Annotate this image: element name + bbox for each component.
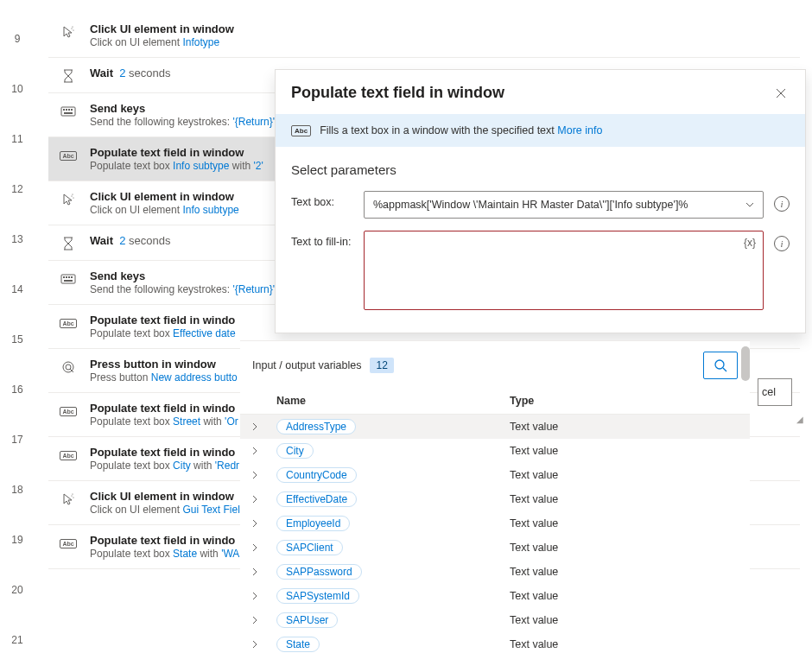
svg-rect-17: [64, 280, 73, 282]
chevron-down-icon: [745, 202, 754, 207]
chevron-right-icon[interactable]: [252, 640, 276, 649]
cursor-icon: [60, 24, 76, 40]
variable-row[interactable]: AddressTypeText value: [240, 415, 750, 439]
infobar-text: Fills a text box in a window with the sp…: [320, 124, 557, 136]
select-parameters-heading: Select parameters: [291, 162, 790, 177]
variable-row[interactable]: SAPPasswordText value: [240, 560, 750, 584]
variable-row[interactable]: CityText value: [240, 439, 750, 463]
chevron-right-icon[interactable]: [252, 592, 276, 600]
variable-type: Text value: [510, 421, 738, 433]
variable-pill[interactable]: State: [276, 637, 320, 652]
chevron-right-icon[interactable]: [252, 616, 276, 624]
keys-icon: [60, 104, 76, 119]
svg-line-24: [723, 368, 726, 371]
chevron-right-icon[interactable]: [252, 447, 276, 455]
variables-list: AddressTypeText valueCityText valueCount…: [240, 415, 750, 656]
scrollbar[interactable]: [741, 346, 750, 381]
text-to-fill-input[interactable]: {x}: [364, 231, 764, 310]
variable-row[interactable]: EmployeeIdText value: [240, 511, 750, 536]
keys-icon: [60, 271, 76, 287]
svg-rect-5: [66, 109, 67, 111]
search-button[interactable]: [703, 352, 738, 379]
svg-rect-13: [63, 276, 65, 278]
variable-pill[interactable]: EffectiveDate: [276, 491, 357, 507]
chevron-right-icon[interactable]: [252, 543, 276, 552]
cancel-button[interactable]: cel: [758, 378, 792, 406]
text-to-fill-label: Text to fill-in:: [291, 231, 353, 248]
svg-rect-4: [63, 109, 65, 111]
step-number: 16: [0, 365, 35, 415]
step-number: 19: [0, 515, 35, 565]
step-number: 13: [0, 214, 35, 264]
chevron-right-icon[interactable]: [252, 495, 276, 504]
chevron-right-icon[interactable]: [252, 471, 276, 479]
variables-panel: Input / output variables 12 Name Type Ad…: [240, 340, 750, 656]
svg-point-22: [72, 493, 73, 494]
step-number: 18: [0, 465, 35, 515]
step-number: 10: [0, 64, 35, 114]
svg-point-10: [73, 197, 73, 198]
close-icon[interactable]: [772, 85, 790, 102]
variable-type: Text value: [510, 517, 738, 529]
action-subtitle: Click on UI element Infotype: [90, 36, 788, 48]
variable-pill[interactable]: SAPClient: [276, 540, 343, 555]
svg-point-9: [71, 195, 72, 196]
action-row[interactable]: Click UI element in windowClick on UI el…: [48, 14, 800, 58]
variable-row[interactable]: StateText value: [240, 632, 750, 656]
textbox-selector-combo[interactable]: %appmask['Window \'Maintain HR Master Da…: [364, 191, 764, 219]
svg-rect-15: [68, 276, 70, 278]
variable-row[interactable]: SAPSystemIdText value: [240, 584, 750, 608]
variable-pill[interactable]: City: [276, 443, 314, 459]
cursor-icon: [60, 192, 76, 207]
wait-icon: [60, 68, 76, 84]
variable-row[interactable]: CountryCodeText value: [240, 463, 750, 487]
abc-icon: Abc: [291, 125, 311, 136]
svg-rect-14: [66, 276, 67, 278]
svg-rect-16: [71, 276, 73, 278]
step-number: 17: [0, 415, 35, 465]
variables-table-header: Name Type: [240, 388, 750, 415]
svg-rect-3: [61, 107, 75, 116]
variable-pill[interactable]: AddressType: [276, 419, 356, 434]
variable-type: Text value: [510, 614, 738, 626]
variable-row[interactable]: SAPUserText value: [240, 608, 750, 632]
textbox-selector-value: %appmask['Window \'Maintain HR Master Da…: [373, 199, 688, 211]
variables-panel-title: Input / output variables: [252, 359, 361, 371]
svg-point-20: [71, 495, 72, 496]
variable-pill[interactable]: EmployeeId: [276, 516, 350, 531]
variable-pill[interactable]: SAPSystemId: [276, 588, 359, 604]
abc-icon: Abc: [60, 315, 76, 331]
chevron-right-icon[interactable]: [252, 519, 276, 528]
svg-point-1: [73, 29, 73, 30]
column-name-header[interactable]: Name: [276, 395, 510, 407]
step-number: 12: [0, 164, 35, 214]
abc-icon: Abc: [60, 403, 76, 419]
chevron-right-icon[interactable]: [252, 567, 276, 576]
resize-grip-icon[interactable]: ◢: [796, 415, 803, 424]
svg-rect-12: [61, 275, 75, 283]
chevron-right-icon[interactable]: [252, 422, 276, 431]
variable-type: Text value: [510, 566, 738, 578]
svg-point-11: [72, 193, 73, 194]
press-icon: [60, 359, 76, 375]
step-number: 15: [0, 314, 35, 365]
populate-text-field-dialog: Populate text field in window Abc Fills …: [275, 69, 806, 333]
variable-pill[interactable]: CountryCode: [276, 467, 357, 483]
wait-icon: [60, 236, 76, 251]
step-number: 14: [0, 264, 35, 314]
info-icon[interactable]: i: [774, 236, 790, 251]
variable-row[interactable]: EffectiveDateText value: [240, 487, 750, 511]
variable-type: Text value: [510, 469, 738, 481]
abc-icon: Abc: [60, 536, 76, 551]
column-type-header[interactable]: Type: [510, 395, 738, 407]
abc-icon: Abc: [60, 447, 76, 463]
more-info-link[interactable]: More info: [557, 124, 602, 136]
variable-pill[interactable]: SAPUser: [276, 612, 338, 628]
variable-row[interactable]: SAPClientText value: [240, 536, 750, 560]
variables-count-badge: 12: [370, 358, 393, 373]
textbox-label: Text box:: [291, 191, 353, 208]
variable-pill[interactable]: SAPPassword: [276, 564, 362, 580]
info-icon[interactable]: i: [774, 196, 790, 212]
variable-picker-icon[interactable]: {x}: [744, 237, 756, 249]
svg-point-2: [72, 26, 73, 27]
